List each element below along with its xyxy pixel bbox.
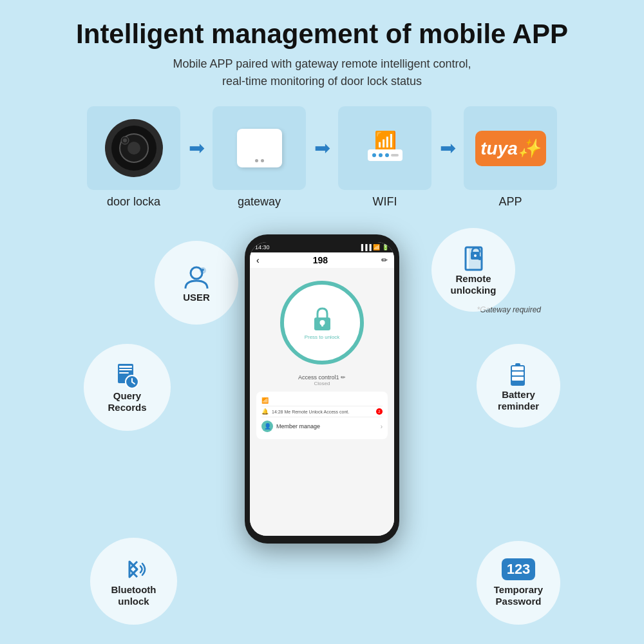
bluetooth-icon — [118, 555, 150, 584]
arrow-2: ➡ — [314, 137, 330, 159]
arrow-3: ➡ — [440, 137, 456, 159]
flow-item-gateway: gateway — [211, 106, 308, 209]
wifi-icon: 📶 — [363, 129, 408, 167]
flow-label-app: APP — [498, 195, 522, 209]
access-control-label: Access control1 ✏ — [298, 374, 346, 381]
feature-bluetooth: Bluetoothunlock — [90, 538, 177, 625]
tuya-logo: tuya✨ — [475, 131, 546, 166]
wifi-row-icon: 📶 — [261, 397, 269, 404]
feature-user: USER — [155, 241, 238, 325]
flow-item-app: tuya✨ APP — [462, 106, 559, 209]
notification-badge: 2 — [376, 408, 383, 415]
svg-rect-30 — [512, 377, 524, 381]
member-row[interactable]: 👤 Member manage › — [261, 417, 383, 435]
flow-box-app: tuya✨ — [464, 106, 557, 190]
svg-rect-21 — [119, 369, 132, 370]
gateway-device — [237, 129, 282, 167]
doorlock-icon — [102, 116, 166, 180]
phone-screen: 14:30 ▐▐▐ 📶 🔋 ‹ 198 ✏ — [250, 242, 394, 536]
svg-rect-11 — [391, 154, 399, 156]
flow-box-wifi: 📶 — [338, 106, 431, 190]
flow-box-gateway — [213, 106, 306, 190]
svg-text:📶: 📶 — [374, 130, 396, 151]
app-number: 198 — [313, 255, 328, 265]
flow-label-doorlock: door locka — [107, 195, 160, 209]
wifi-router: 📶 — [363, 129, 408, 167]
arrow-1: ➡ — [189, 137, 205, 159]
wifi-row: 📶 — [261, 395, 383, 406]
feature-password: 123 TemporaryPassword — [477, 541, 560, 625]
notification-text: 14:28 Me Remote Unlock Access cont. — [272, 410, 373, 414]
svg-point-5 — [123, 138, 127, 142]
member-avatar: 👤 — [261, 421, 273, 432]
remote-label: Remoteunlocking — [451, 273, 497, 296]
notification-row: 🔔 14:28 Me Remote Unlock Access cont. 2 — [261, 406, 383, 417]
flow-box-doorlock — [87, 106, 180, 190]
flow-label-wifi: WIFI — [373, 195, 397, 209]
password-number: 123 — [502, 558, 536, 580]
bluetooth-label: Bluetoothunlock — [111, 584, 156, 607]
bell-icon: 🔔 — [261, 408, 269, 415]
member-arrow-icon: › — [381, 423, 383, 430]
svg-rect-27 — [515, 363, 520, 366]
gateway-dots — [255, 159, 264, 162]
svg-point-9 — [379, 153, 383, 157]
feature-remote: Remoteunlocking — [431, 228, 515, 312]
flow-label-gateway: gateway — [238, 195, 281, 209]
feature-query: QueryRecords — [84, 344, 171, 431]
feature-battery: Batteryreminder — [477, 344, 560, 428]
phone-time: 14:30 — [255, 244, 270, 251]
gateway-dot-2 — [261, 159, 264, 162]
svg-point-10 — [385, 153, 389, 157]
user-icon — [182, 263, 211, 292]
gateway-dot-1 — [255, 159, 258, 162]
svg-point-18 — [474, 254, 477, 257]
query-records-icon — [113, 361, 142, 390]
svg-point-3 — [128, 142, 140, 155]
flow-item-wifi: 📶 WIFI — [337, 106, 433, 209]
phone-mockup: 14:30 ▐▐▐ 📶 🔋 ‹ 198 ✏ — [245, 234, 399, 544]
battery-label: Batteryreminder — [498, 389, 539, 412]
tuya-text: tuya✨ — [480, 138, 540, 159]
closed-label: Closed — [314, 381, 330, 386]
bottom-section: USER Remoteunlocking *Gateway required — [26, 228, 618, 631]
svg-rect-22 — [119, 372, 129, 374]
member-text: Member manage — [276, 423, 377, 430]
phone-content: Press to unlock Access control1 ✏ Closed… — [250, 268, 394, 536]
phone-bottom-list: 📶 🔔 14:28 Me Remote Unlock Access cont. … — [256, 392, 388, 439]
svg-point-8 — [372, 153, 376, 157]
press-to-unlock: Press to unlock — [305, 334, 340, 340]
svg-rect-37 — [321, 323, 323, 327]
password-label: TemporaryPassword — [494, 584, 543, 607]
remote-unlock-icon — [459, 244, 488, 273]
battery-icon — [504, 360, 533, 389]
phone-status-bar: 14:30 ▐▐▐ 📶 🔋 — [250, 242, 394, 252]
query-label: QueryRecords — [108, 390, 146, 413]
flow-diagram: door locka ➡ gateway ➡ — [86, 106, 559, 209]
user-label: USER — [183, 292, 210, 303]
phone-nav-bar: ‹ 198 ✏ — [250, 252, 394, 268]
svg-rect-20 — [119, 366, 132, 368]
lock-svg — [311, 306, 334, 332]
phone-signal: ▐▐▐ 📶 🔋 — [359, 244, 389, 251]
back-icon[interactable]: ‹ — [256, 255, 260, 265]
page-wrapper: Intelligent management of mobile APP Mob… — [0, 0, 644, 644]
svg-rect-29 — [512, 372, 524, 375]
lock-circle[interactable]: Press to unlock — [280, 281, 364, 365]
flow-item-doorlock: door locka — [86, 106, 182, 209]
edit-icon[interactable]: ✏ — [381, 256, 388, 265]
svg-rect-28 — [512, 366, 524, 370]
page-title: Intelligent management of mobile APP — [76, 19, 568, 49]
page-subtitle: Mobile APP paired with gateway remote in… — [173, 55, 471, 90]
